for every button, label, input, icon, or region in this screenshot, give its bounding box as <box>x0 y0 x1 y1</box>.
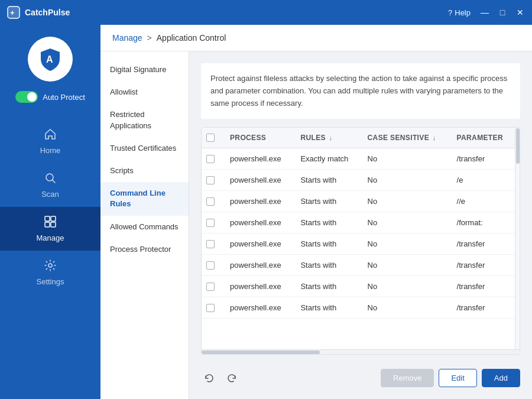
scan-icon <box>44 171 57 186</box>
row-process: powershell.exe <box>223 255 293 276</box>
title-bar-controls: ? Help — □ ✕ <box>448 8 525 17</box>
svg-rect-6 <box>45 216 50 221</box>
row-checkbox[interactable] <box>206 240 215 248</box>
app-logo-icon: + <box>7 6 20 19</box>
inner-layout: Digital Signature Allowlist Restricted A… <box>100 51 532 399</box>
row-case-sensitive: No <box>361 276 450 297</box>
row-checkbox[interactable] <box>206 197 215 206</box>
auto-protect-row: Auto Protect <box>15 91 85 103</box>
horizontal-scrollbar[interactable] <box>202 349 520 354</box>
help-circle-icon: ? <box>448 8 452 17</box>
table-row[interactable]: powershell.exe Starts with No //e <box>202 191 515 212</box>
row-checkbox[interactable] <box>206 283 215 291</box>
table-body: powershell.exe Exactly match No /transfe… <box>202 148 515 319</box>
close-button[interactable]: ✕ <box>515 8 525 17</box>
table-row[interactable]: powershell.exe Starts with No /transfer <box>202 255 515 276</box>
svg-point-10 <box>48 264 52 267</box>
sidebar-item-home[interactable]: Home <box>0 119 100 163</box>
col-rules[interactable]: RULES ↓ <box>293 128 360 148</box>
sub-nav-scripts[interactable]: Scripts <box>100 160 189 182</box>
row-parameter: /e <box>450 170 515 191</box>
table-header-row: PROCESS RULES ↓ CASE SENSITIVE <box>202 128 515 148</box>
redo-button[interactable] <box>223 370 240 387</box>
row-checkbox[interactable] <box>206 261 215 270</box>
row-checkbox-cell <box>202 233 223 255</box>
row-rules: Exactly match <box>293 148 360 170</box>
row-checkbox[interactable] <box>206 155 215 163</box>
sidebar-label-settings: Settings <box>37 277 64 286</box>
row-parameter: /transfer <box>450 255 515 276</box>
row-parameter: /transfer <box>450 276 515 297</box>
row-parameter: /format: <box>450 212 515 233</box>
add-button[interactable]: Add <box>482 369 520 387</box>
sidebar-item-manage[interactable]: Manage <box>0 207 100 251</box>
svg-rect-9 <box>51 222 56 227</box>
table-container: PROCESS RULES ↓ CASE SENSITIVE <box>201 127 520 355</box>
breadcrumb-current: Application Control <box>157 33 226 43</box>
table-row[interactable]: powershell.exe Starts with No /format: <box>202 212 515 233</box>
table-row[interactable]: powershell.exe Starts with No /e <box>202 170 515 191</box>
sub-nav-restricted-applications[interactable]: Restricted Applications <box>100 103 189 137</box>
app-title-section: + CatchPulse <box>7 6 70 19</box>
minimize-button[interactable]: — <box>480 8 489 17</box>
table-row[interactable]: powershell.exe Exactly match No /transfe… <box>202 148 515 170</box>
row-checkbox-cell <box>202 191 223 212</box>
row-checkbox-cell <box>202 212 223 233</box>
row-process: powershell.exe <box>223 170 293 191</box>
vertical-scrollbar[interactable] <box>515 128 520 349</box>
maximize-button[interactable]: □ <box>498 8 507 17</box>
table-scroll[interactable]: PROCESS RULES ↓ CASE SENSITIVE <box>202 128 515 349</box>
row-rules: Starts with <box>293 255 360 276</box>
row-checkbox[interactable] <box>206 176 215 184</box>
shield-icon: A <box>37 46 63 72</box>
row-parameter: /transfer <box>450 297 515 319</box>
sub-nav-command-line-rules[interactable]: Command Line Rules <box>100 182 189 215</box>
breadcrumb: Manage > Application Control <box>100 25 532 51</box>
sub-nav-allowlist[interactable]: Allowlist <box>100 81 189 103</box>
edit-button[interactable]: Edit <box>439 369 476 387</box>
row-case-sensitive: No <box>361 212 450 233</box>
table-row[interactable]: powershell.exe Starts with No /transfer <box>202 233 515 255</box>
table-row[interactable]: powershell.exe Starts with No /transfer <box>202 297 515 319</box>
row-parameter: /transfer <box>450 233 515 255</box>
row-process: powershell.exe <box>223 148 293 170</box>
svg-rect-7 <box>51 216 56 221</box>
row-checkbox-cell <box>202 170 223 191</box>
help-button[interactable]: ? Help <box>448 8 471 17</box>
svg-text:+: + <box>10 8 15 17</box>
row-process: powershell.exe <box>223 233 293 255</box>
col-checkbox <box>202 128 223 148</box>
v-scrollbar-thumb <box>516 128 520 164</box>
sub-nav-process-protector[interactable]: Process Protector <box>100 238 189 261</box>
remove-button[interactable]: Remove <box>381 369 434 387</box>
sidebar-item-scan[interactable]: Scan <box>0 163 100 207</box>
sidebar-item-settings[interactable]: Settings <box>0 251 100 294</box>
manage-icon <box>44 215 57 230</box>
row-case-sensitive: No <box>361 191 450 212</box>
undo-redo-buttons <box>201 370 240 387</box>
description-text: Protect against fileless attacks by sele… <box>201 63 520 119</box>
table-row[interactable]: powershell.exe Starts with No /transfer <box>202 276 515 297</box>
undo-button[interactable] <box>201 370 218 387</box>
row-checkbox-cell <box>202 297 223 319</box>
breadcrumb-parent[interactable]: Manage <box>112 33 142 43</box>
sub-nav-allowed-commands[interactable]: Allowed Commands <box>100 216 189 238</box>
row-checkbox-cell <box>202 255 223 276</box>
settings-icon <box>44 259 57 274</box>
row-case-sensitive: No <box>361 148 450 170</box>
auto-protect-toggle[interactable] <box>15 91 38 103</box>
row-checkbox-cell <box>202 148 223 170</box>
action-buttons: Remove Edit Add <box>381 369 520 387</box>
auto-protect-label: Auto Protect <box>43 93 85 102</box>
col-process: PROCESS <box>223 128 293 148</box>
row-parameter: /transfer <box>450 148 515 170</box>
row-rules: Starts with <box>293 191 360 212</box>
sub-nav-trusted-certificates[interactable]: Trusted Certificates <box>100 137 189 160</box>
row-checkbox[interactable] <box>206 304 215 312</box>
row-checkbox[interactable] <box>206 219 215 227</box>
select-all-checkbox[interactable] <box>206 134 215 142</box>
sub-nav-digital-signature[interactable]: Digital Signature <box>100 59 189 81</box>
row-process: powershell.exe <box>223 297 293 319</box>
col-case-sensitive[interactable]: CASE SENSITIVE ↓ <box>361 128 450 148</box>
rules-table: PROCESS RULES ↓ CASE SENSITIVE <box>202 128 515 319</box>
